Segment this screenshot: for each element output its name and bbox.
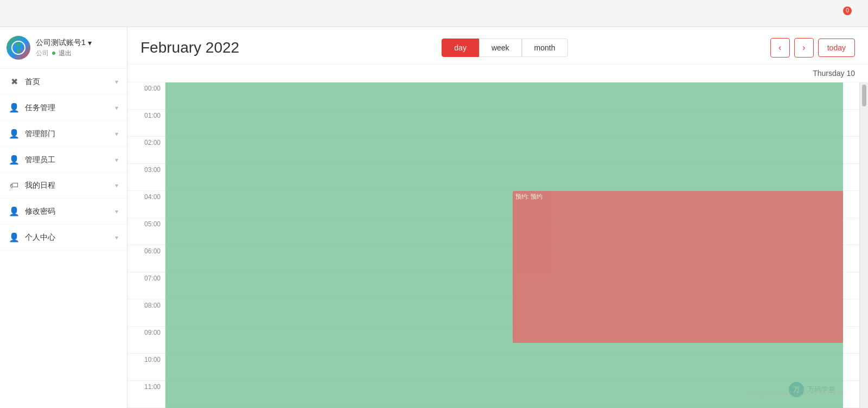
sidebar-item-tasks[interactable]: 👤 任务管理 ▾	[0, 95, 127, 121]
content-area: February 2022 day week month ‹ › today T…	[127, 27, 868, 408]
staff-icon: 👤	[9, 155, 20, 165]
sidebar-label-home: 首页	[25, 77, 110, 87]
day-label: Thursday 10	[127, 65, 868, 82]
sidebar: 公司测试账号1 ▾ 公司 退出 ✖ 首页 ▾ 👤 任务管理 ▾	[0, 27, 127, 408]
time-0100: 01:00	[127, 110, 165, 137]
main-layout: 公司测试账号1 ▾ 公司 退出 ✖ 首页 ▾ 👤 任务管理 ▾	[0, 27, 868, 408]
password-icon: 👤	[9, 206, 20, 216]
task-icon: 👤	[9, 103, 20, 113]
calendar-body[interactable]: 00:00 01:00 02:00 03:00 04:00 05:00 06:0…	[127, 82, 868, 408]
sidebar-nav: ✖ 首页 ▾ 👤 任务管理 ▾ 👤 管理部门 ▾ 👤 管理员工 ▾ 🏷	[0, 69, 127, 408]
calendar-header: February 2022 day week month ‹ › today	[127, 27, 868, 65]
time-0700: 07:00	[127, 272, 165, 299]
chevron-down-icon-3: ▾	[115, 130, 118, 138]
green-event-label	[165, 84, 170, 92]
chevron-down-icon-7: ▾	[115, 234, 118, 241]
schedule-icon: 🏷	[9, 181, 20, 190]
next-icon: ›	[802, 43, 805, 53]
events-column: 预约: 预约 qingruanit.net 0532-85025005	[165, 82, 859, 408]
time-0000: 00:00	[127, 82, 165, 110]
profile-icon: 👤	[9, 232, 20, 243]
sidebar-label-schedule: 我的日程	[25, 181, 110, 190]
time-column: 00:00 01:00 02:00 03:00 04:00 05:00 06:0…	[127, 82, 165, 408]
company-sub: 公司 退出	[36, 49, 92, 58]
view-toggle: day week month	[442, 39, 567, 57]
sidebar-item-departments[interactable]: 👤 管理部门 ▾	[0, 121, 127, 147]
chevron-down-icon-2: ▾	[115, 104, 118, 112]
time-1000: 10:00	[127, 354, 165, 381]
notification-badge: 0	[843, 7, 852, 15]
red-event[interactable]: 预约: 预约	[513, 191, 844, 343]
prev-button[interactable]: ‹	[770, 38, 790, 58]
status-dot	[52, 52, 55, 55]
view-month-button[interactable]: month	[522, 39, 568, 57]
today-button[interactable]: today	[818, 39, 855, 57]
view-week-button[interactable]: week	[479, 39, 522, 57]
calendar-nav: ‹ › today	[770, 38, 855, 58]
time-0800: 08:00	[127, 299, 165, 327]
time-0500: 05:00	[127, 218, 165, 245]
sidebar-header: 公司测试账号1 ▾ 公司 退出	[0, 27, 127, 69]
chevron-down-icon-6: ▾	[115, 208, 118, 215]
company-info: 公司测试账号1 ▾ 公司 退出	[36, 38, 92, 58]
calendar-title: February 2022	[141, 39, 239, 56]
chevron-down-icon: ▾	[115, 78, 118, 86]
sidebar-label-password: 修改密码	[25, 207, 110, 216]
topbar: 0	[0, 0, 868, 27]
sidebar-label-staff: 管理员工	[25, 155, 110, 165]
time-0400: 04:00	[127, 191, 165, 218]
sidebar-label-dept: 管理部门	[25, 129, 110, 139]
view-day-button[interactable]: day	[442, 39, 479, 57]
sidebar-item-schedule[interactable]: 🏷 我的日程 ▾	[0, 173, 127, 199]
scrollbar-thumb[interactable]	[862, 85, 866, 106]
company-logo	[7, 36, 30, 60]
time-0200: 02:00	[127, 137, 165, 164]
sidebar-item-profile[interactable]: 👤 个人中心 ▾	[0, 225, 127, 251]
time-0300: 03:00	[127, 164, 165, 191]
sidebar-item-password[interactable]: 👤 修改密码 ▾	[0, 199, 127, 225]
sidebar-item-home[interactable]: ✖ 首页 ▾	[0, 69, 127, 95]
logo-icon	[11, 40, 26, 55]
red-event-title: 预约: 预约	[515, 193, 841, 201]
red-event-label: 预约: 预约	[513, 191, 844, 202]
time-0900: 09:00	[127, 327, 165, 354]
home-icon: ✖	[9, 76, 20, 87]
sidebar-label-profile: 个人中心	[25, 233, 110, 243]
time-1100: 11:00	[127, 381, 165, 408]
prev-icon: ‹	[778, 43, 781, 53]
chevron-down-icon-5: ▾	[115, 182, 118, 189]
company-name[interactable]: 公司测试账号1 ▾	[36, 38, 92, 48]
next-button[interactable]: ›	[794, 38, 814, 58]
sidebar-label-tasks: 任务管理	[25, 103, 110, 113]
chevron-down-icon-4: ▾	[115, 156, 118, 164]
sidebar-item-staff[interactable]: 👤 管理员工 ▾	[0, 147, 127, 173]
scrollbar-area	[859, 82, 868, 408]
time-0600: 06:00	[127, 245, 165, 272]
dept-icon: 👤	[9, 129, 20, 139]
